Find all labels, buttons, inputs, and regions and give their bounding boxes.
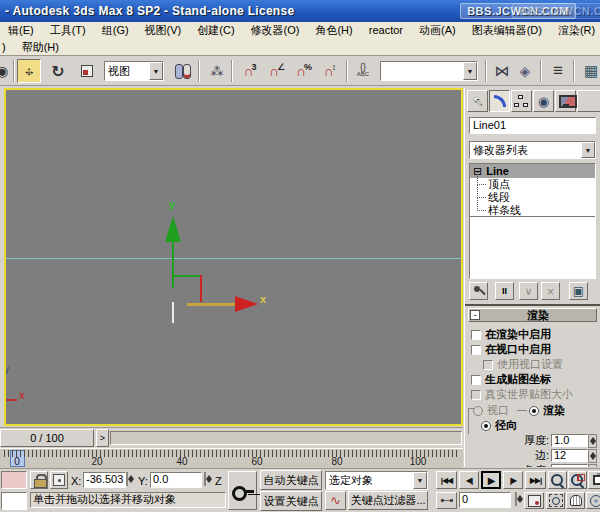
menu-tools[interactable]: 工具(T): [42, 23, 94, 38]
menu-graph-editors[interactable]: 图表编辑器(D): [464, 23, 550, 38]
remove-modifier-button[interactable]: ×: [541, 282, 560, 300]
spinner-control[interactable]: [588, 449, 597, 463]
menu-modifiers[interactable]: 修改器(O): [243, 23, 308, 38]
checkbox-icon[interactable]: [471, 330, 481, 340]
radio-icon[interactable]: [529, 406, 539, 416]
key-mode-button[interactable]: ⇤⇥: [436, 492, 457, 509]
frame-spinner[interactable]: [515, 492, 517, 506]
menu-create[interactable]: 创建(C): [189, 23, 242, 38]
object-name-field[interactable]: Line01: [469, 117, 596, 134]
menu-rendering[interactable]: 渲染(R): [550, 23, 600, 38]
mini-listener-field[interactable]: [1, 492, 27, 510]
selection-filter-dropdown[interactable]: 选定对象 ▼: [325, 471, 428, 490]
angle-snap-button[interactable]: ∩∠: [265, 59, 289, 83]
gizmo-y-arrowhead[interactable]: [165, 216, 181, 242]
render-rollout-header[interactable]: - 渲染: [468, 308, 597, 322]
chevron-down-icon[interactable]: ▼: [149, 62, 163, 80]
tab-display[interactable]: [555, 90, 576, 112]
tab-modify[interactable]: [489, 90, 510, 112]
track-bar[interactable]: 0 20 40 60 80 100: [0, 448, 463, 468]
pan-button[interactable]: [566, 492, 585, 509]
time-configuration-button[interactable]: [524, 492, 544, 509]
checkbox-icon[interactable]: [471, 375, 481, 385]
absolute-mode-button[interactable]: [50, 471, 68, 489]
menu-reactor[interactable]: reactor: [361, 23, 411, 38]
next-frame-button[interactable]: |▶: [503, 471, 523, 489]
region-zoom-button[interactable]: [546, 492, 565, 509]
checkbox-enable-in-viewport[interactable]: 在视口中启用: [471, 343, 551, 356]
gizmo-x-arrowhead[interactable]: [235, 296, 258, 312]
menu-character[interactable]: 角色(H): [307, 23, 360, 38]
key-filters-button[interactable]: 关键点过滤器...: [348, 491, 428, 510]
chevron-down-icon[interactable]: ▼: [581, 142, 595, 158]
percent-snap-button[interactable]: ∩%: [292, 59, 316, 83]
tab-motion[interactable]: ◉: [533, 90, 554, 112]
auto-key-button[interactable]: 自动关键点: [260, 470, 322, 490]
play-button[interactable]: ▶: [481, 471, 501, 489]
angle-field[interactable]: [551, 464, 588, 467]
pin-stack-button[interactable]: [469, 282, 488, 300]
show-end-result-button[interactable]: II: [495, 282, 514, 300]
select-and-scale-button[interactable]: [75, 59, 99, 83]
gizmo-x-axis[interactable]: [187, 303, 236, 306]
menu-maxscript-partial[interactable]: ): [0, 40, 14, 55]
spinner-control[interactable]: [588, 434, 597, 448]
named-selection-dropdown[interactable]: ▼: [380, 61, 478, 81]
use-pivot-center-button[interactable]: [170, 59, 194, 83]
edit-named-selections-button[interactable]: {} ABC: [351, 59, 375, 83]
time-slider-handle[interactable]: 0 / 100: [0, 429, 94, 447]
menu-views[interactable]: 视图(V): [137, 23, 190, 38]
gizmo-plane-handle-green[interactable]: [173, 275, 202, 277]
checkbox-icon[interactable]: [471, 345, 481, 355]
default-tangent-button[interactable]: ∿: [325, 491, 346, 510]
current-frame-field[interactable]: 0: [459, 492, 511, 508]
make-unique-button[interactable]: ∨: [519, 282, 538, 300]
chevron-down-icon[interactable]: ▼: [463, 62, 477, 80]
spinner-snap-button[interactable]: ∩↕: [318, 59, 342, 83]
reference-coordinate-dropdown[interactable]: 视图 ▼: [104, 61, 164, 81]
select-and-move-button[interactable]: ↔↕: [17, 59, 41, 83]
macro-recorder-field[interactable]: [1, 471, 27, 489]
curve-editor-button[interactable]: ▦: [579, 59, 600, 83]
active-viewport[interactable]: y x y x: [4, 88, 463, 426]
tab-create[interactable]: ↖: [467, 90, 488, 112]
mirror-button[interactable]: ⋈: [490, 59, 514, 83]
chevron-down-icon[interactable]: ▼: [413, 472, 427, 489]
set-keys-button[interactable]: [228, 471, 257, 510]
menu-help[interactable]: 帮助(H): [14, 40, 67, 55]
collapse-rollout-button[interactable]: -: [470, 310, 480, 320]
selection-lock-button[interactable]: [30, 471, 48, 489]
x-spinner[interactable]: [126, 472, 128, 486]
select-and-rotate-button[interactable]: ↻: [46, 59, 70, 83]
zoom-all-button[interactable]: [568, 471, 587, 489]
radio-radial[interactable]: 径向: [481, 419, 517, 432]
set-key-button[interactable]: 设置关键点: [260, 491, 322, 511]
gizmo-y-axis[interactable]: [172, 242, 174, 288]
sides-field[interactable]: 12: [551, 449, 588, 462]
menu-group[interactable]: 组(G): [94, 23, 137, 38]
configure-modifier-sets-button[interactable]: ▣: [569, 282, 588, 300]
gizmo-plane-handle-red[interactable]: [200, 275, 202, 302]
go-to-end-button[interactable]: ▶▶|: [525, 471, 546, 489]
checkbox-generate-mapping-coords[interactable]: 生成贴图坐标: [471, 373, 551, 386]
checkbox-enable-in-renderer[interactable]: 在渲染中启用: [471, 328, 551, 341]
spline-line[interactable]: [6, 258, 461, 259]
tab-utilities-partial[interactable]: [577, 90, 600, 112]
select-and-manipulate-button[interactable]: ⁂: [205, 59, 229, 83]
align-button[interactable]: ◈: [513, 59, 537, 83]
thickness-field[interactable]: 1.0: [551, 434, 588, 447]
y-spinner[interactable]: [204, 472, 206, 486]
arc-rotate-button[interactable]: [586, 492, 600, 509]
modifier-list-dropdown[interactable]: 修改器列表 ▼: [469, 141, 596, 159]
menu-animation[interactable]: 动画(A): [411, 23, 464, 38]
stack-row-spline[interactable]: 样条线: [470, 204, 595, 217]
stack-row-line[interactable]: ⊟ Line: [470, 164, 595, 178]
layer-manager-button[interactable]: ≡: [546, 59, 570, 83]
zoom-button[interactable]: [548, 471, 567, 489]
zoom-extents-button[interactable]: [588, 471, 600, 489]
title-bar[interactable]: - Autodesk 3ds Max 8 SP2 - Stand-alone L…: [0, 0, 600, 22]
snap-3d-button[interactable]: ∩3: [238, 59, 262, 83]
radio-icon[interactable]: [481, 421, 491, 431]
menu-edit[interactable]: 辑(E): [0, 23, 42, 38]
tab-hierarchy[interactable]: [511, 90, 532, 112]
